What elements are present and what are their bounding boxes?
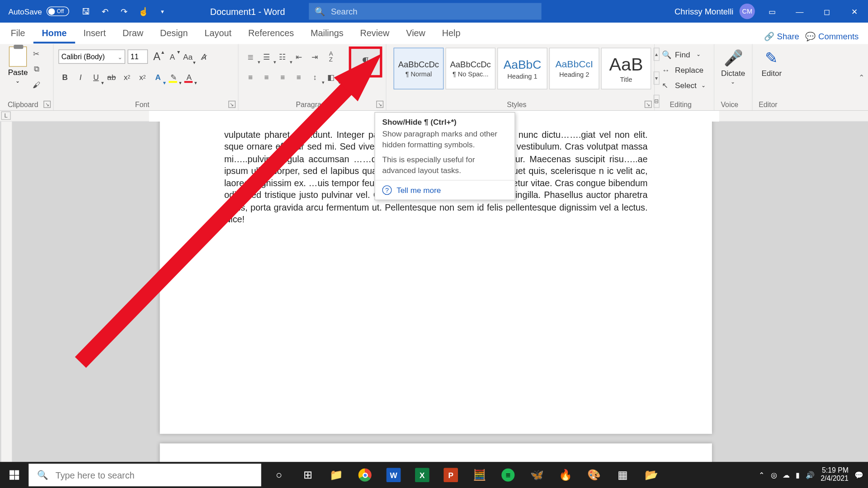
redo-icon[interactable]: ↷ xyxy=(116,3,132,20)
file-explorer-icon[interactable]: 📂 xyxy=(637,462,665,488)
clear-formatting-icon[interactable]: A̷ xyxy=(197,49,210,64)
italic-button[interactable]: I xyxy=(74,70,87,84)
onedrive-icon[interactable]: ☁ xyxy=(783,471,790,479)
vertical-ruler[interactable] xyxy=(1,122,12,471)
dialog-launcher-icon[interactable]: ↘ xyxy=(376,101,383,108)
show-hide-button[interactable]: ¶ xyxy=(349,47,382,78)
tab-references[interactable]: References xyxy=(240,23,302,43)
find-button[interactable]: 🔍Find ⌄ xyxy=(660,47,709,62)
ribbon-display-options-icon[interactable]: ▭ xyxy=(759,0,786,23)
system-tray[interactable]: ⌃ ◎ ☁ ▮ 🔊 5:19 PM2/4/2021 💬 xyxy=(759,467,868,483)
justify-icon[interactable]: ≡ xyxy=(292,70,306,84)
tab-insert[interactable]: Insert xyxy=(75,23,114,43)
powerpoint-icon[interactable]: P xyxy=(437,462,465,488)
app-icon[interactable]: ▦ xyxy=(608,462,637,488)
clock[interactable]: 5:19 PM2/4/2021 xyxy=(821,467,849,483)
style-no-spacing[interactable]: AaBbCcDc¶ No Spac... xyxy=(445,48,495,89)
tab-review[interactable]: Review xyxy=(352,23,398,43)
undo-icon[interactable]: ↶ xyxy=(97,3,113,20)
dialog-launcher-icon[interactable]: ↘ xyxy=(228,101,236,108)
text-effects-icon[interactable]: A▾ xyxy=(151,70,165,84)
replace-button[interactable]: ↔Replace xyxy=(660,62,709,77)
font-name-combo[interactable]: Calibri (Body) xyxy=(58,49,125,64)
autosave-toggle[interactable]: AutoSave Off xyxy=(0,7,74,16)
dialog-launcher-icon[interactable]: ↘ xyxy=(43,101,51,108)
save-icon[interactable]: 🖫 xyxy=(78,3,94,20)
task-view-icon[interactable]: ⊞ xyxy=(293,462,322,488)
file-explorer-icon[interactable]: 📁 xyxy=(322,462,350,488)
maximize-button[interactable]: ◻ xyxy=(813,0,841,23)
collapse-ribbon-icon[interactable]: ⌃ xyxy=(859,73,864,81)
style-heading1[interactable]: AaBbCHeading 1 xyxy=(497,48,547,89)
dictate-button[interactable]: 🎤Dictate⌄ xyxy=(721,47,745,84)
excel-icon[interactable]: X xyxy=(408,462,436,488)
align-right-icon[interactable]: ≡ xyxy=(275,70,290,84)
multilevel-list-icon[interactable]: ☷▾ xyxy=(275,49,290,64)
subscript-button[interactable]: x2 xyxy=(120,70,133,84)
editor-button[interactable]: ✎Editor xyxy=(761,47,782,78)
taskbar-search[interactable]: 🔍Type here to search xyxy=(28,464,261,486)
paste-button[interactable]: Paste ⌄ xyxy=(5,47,31,84)
style-gallery[interactable]: AaBbCcDc¶ Normal AaBbCcDc¶ No Spac... Aa… xyxy=(391,47,653,109)
line-spacing-icon[interactable]: ↕▾ xyxy=(308,70,322,84)
notifications-icon[interactable]: 💬 xyxy=(854,471,863,479)
search-box[interactable]: 🔍 Search xyxy=(309,3,541,20)
spotify-icon[interactable]: ≡ xyxy=(494,462,522,488)
tell-me-more-link[interactable]: ? Tell me more xyxy=(375,181,515,200)
select-button[interactable]: ↖Select ⌄ xyxy=(660,77,709,93)
app-icon[interactable]: 🦋 xyxy=(522,462,551,488)
qat-more-icon[interactable]: ▾ xyxy=(154,3,171,20)
app-icon[interactable]: 🔥 xyxy=(551,462,580,488)
format-painter-icon[interactable]: 🖌 xyxy=(30,79,43,90)
tray-expand-icon[interactable]: ⌃ xyxy=(759,471,764,479)
calculator-icon[interactable]: 🧮 xyxy=(465,462,494,488)
share-button[interactable]: 🔗Share xyxy=(764,32,799,41)
style-normal[interactable]: AaBbCcDc¶ Normal xyxy=(394,48,444,89)
style-heading2[interactable]: AaBbCcIHeading 2 xyxy=(549,48,599,89)
superscript-button[interactable]: x2 xyxy=(136,70,149,84)
style-title[interactable]: AaBTitle xyxy=(601,48,651,89)
touch-mode-icon[interactable]: ☝ xyxy=(135,3,152,20)
underline-button[interactable]: U▾ xyxy=(90,70,103,84)
cortana-icon[interactable]: ○ xyxy=(265,462,293,488)
cut-icon[interactable]: ✂ xyxy=(30,48,43,60)
align-center-icon[interactable]: ≡ xyxy=(259,70,274,84)
change-case-icon[interactable]: Aa▾ xyxy=(181,49,194,64)
decrease-indent-icon[interactable]: ⇤ xyxy=(292,49,306,64)
toggle-off-icon[interactable]: Off xyxy=(47,7,69,16)
bullets-icon[interactable]: ≣▾ xyxy=(243,49,258,64)
tab-layout[interactable]: Layout xyxy=(196,23,240,43)
start-button[interactable] xyxy=(0,462,28,488)
tab-help[interactable]: Help xyxy=(434,23,469,43)
strikethrough-button[interactable]: ab xyxy=(105,70,118,84)
numbering-icon[interactable]: ☰▾ xyxy=(259,49,274,64)
account-info[interactable]: Chrissy Montelli CM xyxy=(675,4,759,19)
tab-design[interactable]: Design xyxy=(152,23,197,43)
align-left-icon[interactable]: ≡ xyxy=(243,70,258,84)
close-button[interactable]: ✕ xyxy=(841,0,868,23)
dialog-launcher-icon[interactable]: ↘ xyxy=(645,101,652,108)
word-icon[interactable]: W xyxy=(379,462,408,488)
volume-icon[interactable]: 🔊 xyxy=(806,471,815,479)
tab-view[interactable]: View xyxy=(398,23,434,43)
tab-file[interactable]: File xyxy=(2,23,33,43)
highlight-color-icon[interactable]: ✎▾ xyxy=(167,70,180,84)
font-size-combo[interactable]: 11 xyxy=(127,49,148,64)
location-icon[interactable]: ◎ xyxy=(771,471,777,479)
tab-home[interactable]: Home xyxy=(33,23,75,43)
increase-indent-icon[interactable]: ⇥ xyxy=(308,49,322,64)
grow-font-icon[interactable]: A▴ xyxy=(150,49,163,64)
sort-icon[interactable]: AZ xyxy=(324,49,338,64)
tab-selector-icon[interactable]: L xyxy=(1,112,11,120)
comments-button[interactable]: 💬Comments xyxy=(805,32,859,41)
minimize-button[interactable]: ― xyxy=(786,0,813,23)
copy-icon[interactable]: ⧉ xyxy=(30,63,43,75)
bold-button[interactable]: B xyxy=(58,70,71,84)
shading-icon[interactable]: ◧▾ xyxy=(324,70,338,84)
battery-icon[interactable]: ▮ xyxy=(796,471,800,479)
shrink-font-icon[interactable]: A▾ xyxy=(166,49,179,64)
chrome-icon[interactable] xyxy=(351,462,379,488)
font-color-icon[interactable]: A▾ xyxy=(183,70,196,84)
paint-icon[interactable]: 🎨 xyxy=(580,462,608,488)
tab-mailings[interactable]: Mailings xyxy=(302,23,352,43)
